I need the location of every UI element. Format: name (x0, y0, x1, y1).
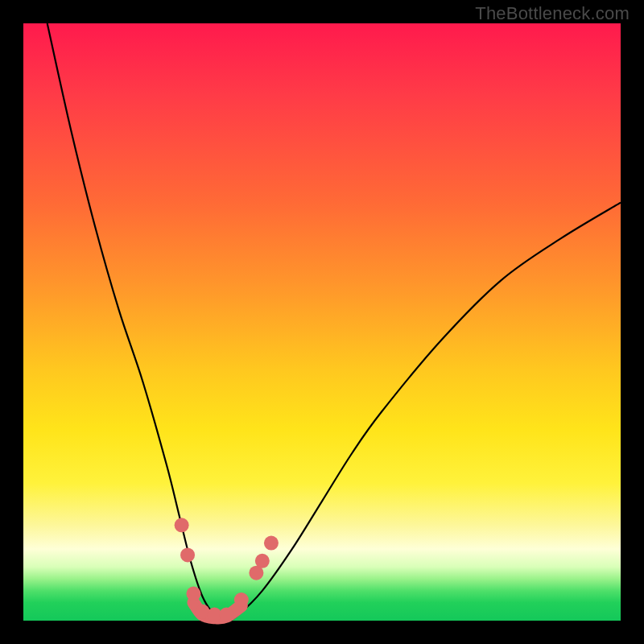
chart-frame: TheBottleneck.com (0, 0, 644, 644)
marker-dot (175, 518, 189, 532)
marker-dot (186, 587, 200, 601)
chart-svg (23, 23, 621, 621)
marker-dot (264, 536, 279, 551)
marker-dot (234, 592, 249, 607)
watermark-text: TheBottleneck.com (475, 3, 630, 24)
marker-dot (180, 547, 195, 562)
bottleneck-curve (47, 23, 621, 621)
marker-dot (255, 554, 270, 568)
marker-dot (219, 608, 233, 622)
